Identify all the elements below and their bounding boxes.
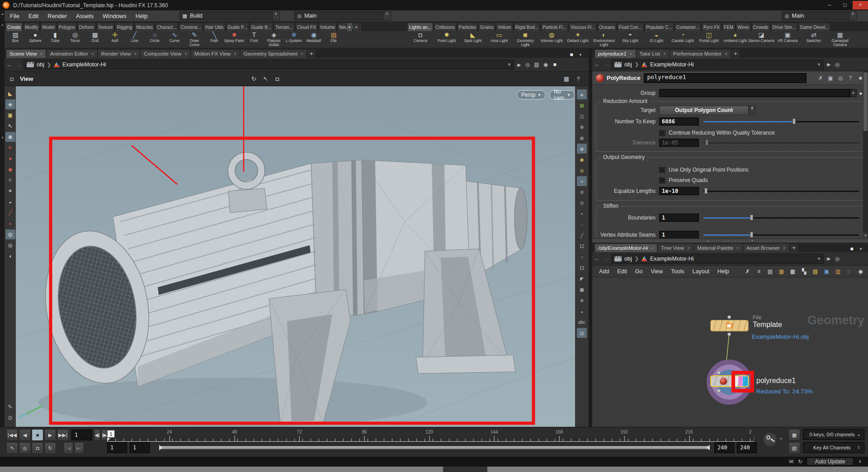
display-toolbar-icon[interactable]: ◈ [577,89,587,99]
shelf-tab[interactable]: Populate C... [644,23,674,31]
toolbar-icon[interactable]: ↖ [5,121,15,131]
viewport-layout-icon[interactable]: ▦ [561,75,572,82]
toolbar-icon[interactable]: ◣ [5,89,15,98]
pane-tab[interactable]: Performance Monitor× [670,50,731,58]
shelf-tab[interactable]: Cloud FX [295,23,318,31]
menu-item[interactable]: Add [595,268,613,275]
display-toolbar-icon[interactable]: • [577,209,587,219]
use-original-points-checkbox[interactable] [659,167,665,173]
shelf-tool[interactable]: ✎ Draw Curve [184,31,204,48]
go-end-button[interactable]: ▶▶| [57,429,69,441]
menu-item[interactable]: Go [631,268,647,275]
audio-options-icon[interactable]: ◎ [19,442,31,454]
new-pane-tab-button[interactable]: + [307,50,316,58]
file-node[interactable] [710,320,749,332]
shelf-tab[interactable]: Rigid Bod... [514,23,541,31]
shelf-tool[interactable]: ● Sphere [25,31,45,48]
path-field[interactable]: obj ❯ ExampleMotor-Hi ▼ [611,254,824,264]
network-toolbar-icon[interactable]: ▥ [832,268,844,275]
display-toolbar-icon[interactable]: ◉ [577,144,587,154]
shelf-tab[interactable]: Oceans [597,23,616,31]
toolbar-icon[interactable]: ◙ [5,132,15,142]
display-toolbar-icon[interactable]: abc [577,317,587,327]
back-icon[interactable]: ← [594,61,600,68]
info-icon[interactable]: ? [845,75,855,81]
network-toolbar-icon[interactable]: ▦ [776,268,787,275]
node-output-dot[interactable] [717,389,721,393]
shelf-tab[interactable]: Crowds [751,23,770,31]
number-to-keep-field[interactable]: 6086 [659,117,699,126]
maximize-button[interactable]: □ [837,1,853,9]
pane-splitter[interactable]: ▲⋮⋮⋮⋮▼ [592,238,868,243]
network-toolbar-icon[interactable]: ✗ [742,268,753,275]
network-toolbar-icon[interactable]: ▩ [787,268,798,275]
current-frame-field[interactable]: 1 [71,430,92,440]
pane-tab[interactable]: Scene View× [6,50,46,58]
close-tab-icon[interactable]: × [40,51,43,56]
pin-pane-icon[interactable]: -▶ [824,62,833,67]
node-name-field[interactable]: polyreduce1 [644,73,807,83]
help-icon[interactable]: ? [572,75,584,82]
close-tab-icon[interactable]: × [725,51,727,56]
toolbar-icon[interactable]: ● [5,154,15,164]
shelf-tab[interactable]: Muscles [134,23,155,31]
node-input-dot[interactable] [727,315,731,319]
display-toolbar-icon[interactable]: ⊗ [577,122,587,132]
channel-scope-icon[interactable]: ▧ [788,442,800,454]
shelf-tab[interactable]: Model [40,23,56,31]
key-all-channels-button[interactable]: Key All Channels ⇕ [803,442,864,453]
pane-divider[interactable] [589,49,592,427]
realtime-toggle-icon[interactable]: ↻ [44,442,56,454]
message-log-icon[interactable]: ✉ [787,458,796,465]
toolbar-icon[interactable]: ▣ [5,110,15,120]
pane-tab[interactable]: /obj/ExampleMotor-Hi× [595,244,657,252]
close-tab-icon[interactable]: × [91,51,94,56]
menu-item[interactable]: Windows [98,13,131,19]
network-toolbar-icon[interactable]: ◉ [855,268,866,275]
back-icon[interactable]: ← [594,255,600,262]
toolbar-icon[interactable]: ✎ [5,402,15,412]
shelf-tab[interactable]: Guide B... [250,23,273,31]
display-toolbar-icon[interactable]: ▤ [577,328,587,338]
radial-menu-icon[interactable]: ◎ [833,256,842,262]
shelf-tab[interactable]: Drive Sim... [771,23,798,31]
range-end-field[interactable]: 240 [714,442,734,453]
viewport-canvas[interactable]: Persp▼ No cam▼ [16,86,575,427]
display-toolbar-icon[interactable]: ◍ [577,133,587,143]
go-start-button[interactable]: |◀◀ [6,429,18,441]
toolbar-icon[interactable]: ✶ [5,186,15,196]
path-dropdown-icon[interactable]: ▼ [815,62,823,67]
shelf-tab[interactable]: Container... [675,23,701,31]
shelf-tool[interactable]: ◎ Torus [65,31,85,48]
shelf-tab[interactable]: Game Devel... [798,23,830,31]
step-back-button[interactable]: ◀| [94,429,100,441]
pane-tab[interactable]: Composite View× [141,50,190,58]
boundaries-slider[interactable] [703,215,859,221]
view-camera-icon[interactable]: ◘ [7,76,16,82]
shelf-tool[interactable]: ╱ Line [125,31,145,48]
range-end2-field[interactable]: 240 [737,442,757,453]
shelf-tool[interactable]: ▭ Area Light [486,31,512,48]
toolbar-icon[interactable]: ◆ [5,164,15,174]
pane-tab[interactable]: Tree View× [658,244,693,252]
shelf-tab[interactable]: Hair Utils [203,23,226,31]
network-toolbar-icon[interactable]: ◌ [844,268,855,275]
range-end-button[interactable]: ▶| [74,442,84,454]
presets-icon[interactable]: ▣ [826,75,835,81]
shelf-tab-menu-button[interactable]: ▼ [353,23,360,31]
range-start2-field[interactable]: 1 [130,442,150,453]
playback-range-slider[interactable] [159,446,710,449]
shelf-tool[interactable]: ◫ Portal Light [696,31,722,48]
toolbar-icon[interactable]: ╱ [5,208,15,218]
fullscreen-icon[interactable]: ■ [550,61,559,68]
menu-item[interactable]: Edit [613,268,631,275]
gear-icon[interactable]: ✗ [816,75,826,81]
display-toolbar-icon[interactable]: ◔ [577,252,587,262]
network-toolbar-icon[interactable]: ▚ [798,268,810,275]
prev-frame-button[interactable]: ◀ [19,429,31,441]
flipbook-icon[interactable]: ◘ [32,442,43,454]
timeline-ruler[interactable]: 244872961201441681922162 1 [107,429,754,442]
snap-points-icon[interactable]: ◉ [541,61,550,68]
radial-menu-spinner[interactable]: ⇕ [849,12,856,20]
view-orbit-tool-icon[interactable]: ↻ [248,75,259,82]
